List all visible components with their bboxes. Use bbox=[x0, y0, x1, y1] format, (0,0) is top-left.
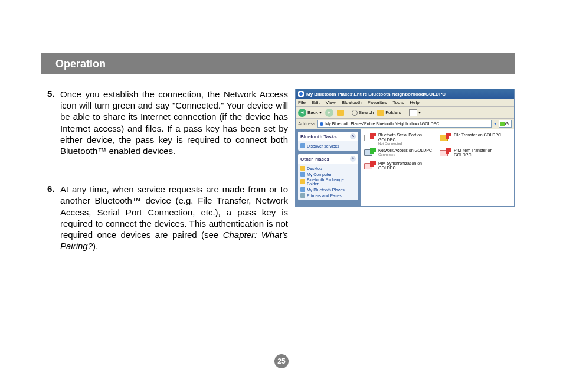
service-status: Connected bbox=[378, 153, 432, 157]
bluetooth-tasks-header[interactable]: Bluetooth Tasks ^ bbox=[298, 132, 358, 141]
file-transfer-icon bbox=[440, 133, 451, 143]
chevron-down-icon: ▾ bbox=[418, 110, 421, 115]
address-label: Address bbox=[298, 121, 315, 126]
panel-title: Other Places bbox=[300, 156, 329, 162]
menu-bar: File Edit View Bluetooth Favorites Tools… bbox=[296, 99, 514, 107]
service-name: PIM Synchronization on GOLDPC bbox=[378, 161, 435, 170]
menu-tools[interactable]: Tools bbox=[393, 100, 404, 105]
service-label-wrap: PIM Item Transfer on GOLDPC bbox=[454, 148, 510, 157]
menu-bluetooth[interactable]: Bluetooth bbox=[342, 100, 362, 105]
window-title: My Bluetooth Places\Entire Bluetooth Nei… bbox=[306, 92, 446, 97]
step-text: Once you establish the connection, the N… bbox=[60, 89, 288, 156]
go-label: Go bbox=[505, 122, 510, 126]
link-label: Discover services bbox=[307, 144, 339, 148]
search-icon bbox=[352, 110, 358, 116]
address-input[interactable]: My Bluetooth Places\Entire Bluetooth Nei… bbox=[317, 120, 492, 128]
explorer-sidebar: Bluetooth Tasks ^ Discover services bbox=[296, 129, 361, 206]
views-button[interactable]: ▾ bbox=[409, 109, 421, 116]
link-label: Printers and Faxes bbox=[307, 194, 342, 198]
go-button[interactable]: Go bbox=[499, 120, 512, 128]
address-value: My Bluetooth Places\Entire Bluetooth Nei… bbox=[325, 122, 439, 126]
svg-point-0 bbox=[299, 92, 303, 96]
address-bar: Address My Bluetooth Places\Entire Bluet… bbox=[296, 119, 514, 129]
service-label-wrap: File Transfer on GOLDPC bbox=[454, 133, 501, 138]
step-text: At any time, when service requests are m… bbox=[60, 184, 288, 251]
step-number: 6. bbox=[47, 184, 60, 251]
document-page: Operation 5. Once you establish the conn… bbox=[0, 0, 563, 392]
discover-icon bbox=[300, 143, 305, 148]
pim-sync-icon bbox=[364, 161, 376, 172]
body-columns: 5. Once you establish the connection, th… bbox=[47, 89, 515, 279]
bluetooth-icon bbox=[300, 187, 305, 192]
back-label: Back bbox=[307, 110, 318, 115]
link-label: My Bluetooth Places bbox=[307, 188, 345, 192]
folders-label: Folders bbox=[385, 110, 401, 115]
toolbar-separator bbox=[348, 109, 348, 117]
toolbar: ◄ Back ▾ ► Search bbox=[296, 107, 514, 119]
section-title: Operation bbox=[55, 58, 106, 70]
panel-body: Desktop My Computer Bluetooth Exchange F… bbox=[298, 164, 358, 200]
text-column: 5. Once you establish the connection, th… bbox=[47, 89, 288, 279]
service-label-wrap: Bluetooth Serial Port on GOLDPC Not Conn… bbox=[378, 133, 435, 146]
link-label: Bluetooth Exchange Folder bbox=[307, 178, 356, 186]
folders-button[interactable]: Folders bbox=[377, 110, 401, 116]
service-bluetooth-serial-port[interactable]: Bluetooth Serial Port on GOLDPC Not Conn… bbox=[364, 133, 435, 146]
step-6: 6. At any time, when service requests ar… bbox=[47, 184, 288, 251]
step-number: 5. bbox=[47, 89, 60, 156]
service-name: Bluetooth Serial Port on GOLDPC bbox=[378, 133, 435, 142]
printers-faxes-link[interactable]: Printers and Faxes bbox=[300, 192, 356, 198]
menu-help[interactable]: Help bbox=[410, 100, 419, 105]
other-places-panel: Other Places ^ Desktop My Computer Bluet… bbox=[298, 154, 358, 200]
forward-button[interactable]: ► bbox=[325, 109, 333, 117]
window-content: Bluetooth Tasks ^ Discover services bbox=[296, 129, 514, 206]
service-name: Network Access on GOLDPC bbox=[378, 148, 432, 153]
views-icon bbox=[409, 109, 417, 116]
service-file-transfer[interactable]: File Transfer on GOLDPC bbox=[440, 133, 510, 146]
link-label: Desktop bbox=[307, 166, 322, 171]
service-status: Not Connected bbox=[378, 142, 435, 146]
panel-body: Discover services bbox=[298, 141, 358, 151]
chevron-down-icon: ▾ bbox=[319, 110, 322, 115]
service-name: File Transfer on GOLDPC bbox=[454, 133, 501, 138]
service-label-wrap: PIM Synchronization on GOLDPC bbox=[378, 161, 435, 170]
back-button[interactable]: ◄ Back ▾ bbox=[298, 109, 322, 117]
folders-icon bbox=[377, 110, 384, 116]
forward-icon: ► bbox=[325, 109, 333, 117]
explorer-window: My Bluetooth Places\Entire Bluetooth Nei… bbox=[295, 89, 515, 207]
panel-title: Bluetooth Tasks bbox=[300, 134, 337, 139]
desktop-icon bbox=[300, 166, 305, 171]
discover-services-link[interactable]: Discover services bbox=[300, 143, 356, 149]
search-button[interactable]: Search bbox=[352, 110, 374, 116]
folder-up-icon bbox=[337, 110, 344, 116]
printer-icon bbox=[300, 193, 305, 198]
menu-file[interactable]: File bbox=[298, 100, 306, 105]
toolbar-separator bbox=[405, 109, 405, 117]
service-pim-item-transfer[interactable]: PIM Item Transfer on GOLDPC bbox=[440, 148, 510, 159]
service-pim-sync[interactable]: PIM Synchronization on GOLDPC bbox=[364, 161, 435, 172]
explorer-main-pane[interactable]: Bluetooth Serial Port on GOLDPC Not Conn… bbox=[361, 129, 514, 206]
menu-edit[interactable]: Edit bbox=[312, 100, 320, 105]
step-5: 5. Once you establish the connection, th… bbox=[47, 89, 288, 156]
menu-view[interactable]: View bbox=[326, 100, 336, 105]
page-number: 25 bbox=[274, 354, 289, 368]
window-icon bbox=[298, 91, 304, 97]
service-network-access[interactable]: Network Access on GOLDPC Connected bbox=[364, 148, 435, 159]
collapse-icon: ^ bbox=[350, 133, 356, 139]
other-places-header[interactable]: Other Places ^ bbox=[298, 154, 358, 164]
my-computer-link[interactable]: My Computer bbox=[300, 171, 356, 177]
network-access-icon bbox=[364, 148, 376, 159]
pim-item-icon bbox=[440, 148, 451, 159]
exchange-folder-link[interactable]: Bluetooth Exchange Folder bbox=[300, 177, 356, 187]
link-label: My Computer bbox=[307, 172, 332, 177]
svg-point-1 bbox=[320, 122, 323, 126]
up-button[interactable] bbox=[337, 110, 344, 116]
address-path-icon bbox=[319, 122, 324, 126]
service-name: PIM Item Transfer on GOLDPC bbox=[454, 148, 510, 157]
header-left-bar bbox=[41, 53, 47, 74]
address-dropdown-icon[interactable]: ▾ bbox=[494, 121, 496, 126]
desktop-link[interactable]: Desktop bbox=[300, 165, 356, 171]
my-bluetooth-places-link[interactable]: My Bluetooth Places bbox=[300, 187, 356, 192]
section-header-band: Operation bbox=[47, 53, 515, 74]
window-titlebar[interactable]: My Bluetooth Places\Entire Bluetooth Nei… bbox=[296, 89, 514, 99]
menu-favorites[interactable]: Favorites bbox=[368, 100, 387, 105]
